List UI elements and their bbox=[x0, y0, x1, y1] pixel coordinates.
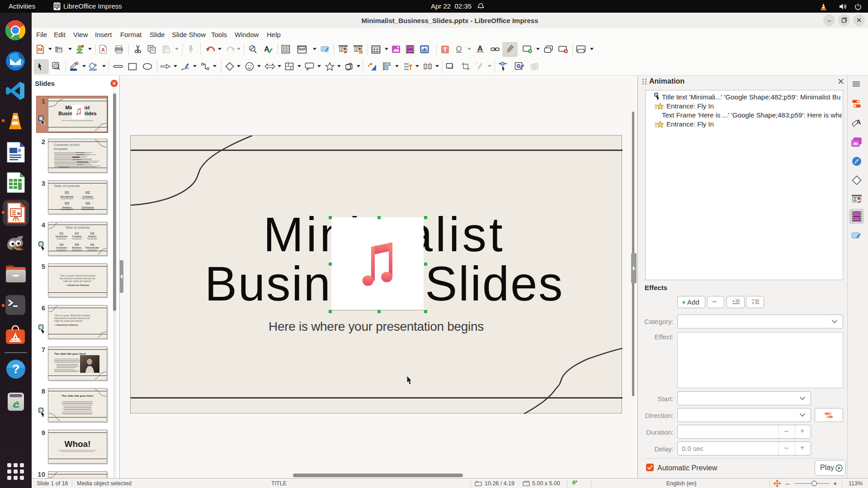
svg-text:A: A bbox=[101, 47, 105, 52]
svg-text:?: ? bbox=[12, 362, 19, 376]
